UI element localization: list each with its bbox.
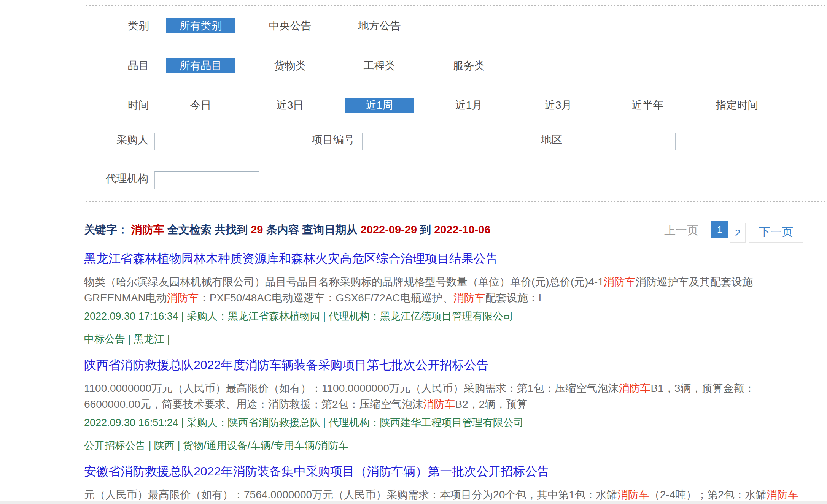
highlighted-keyword: 29 bbox=[251, 223, 263, 236]
page-number-2[interactable]: 2 bbox=[730, 223, 746, 243]
text-segment: 元（人民币）最高限价（如有）：7564.0000000万元（人民币）采购需求：本… bbox=[84, 489, 617, 501]
filter-row-category: 类别 所有类别 中央公告 地方公告 bbox=[84, 5, 827, 46]
result-meta: 2022.09.30 17:16:34 | 采购人：黑龙江省森林植物园 | 代理… bbox=[84, 310, 827, 323]
result-title-link[interactable]: 安徽省消防救援总队2022年消防装备集中采购项目（消防车辆）第一批次公开招标公告 bbox=[84, 463, 827, 480]
filter-option-label: 中央公告 bbox=[269, 18, 312, 33]
text-segment: GREENMAN电动 bbox=[84, 292, 167, 304]
filter-option-custom-time[interactable]: 指定时间 bbox=[692, 98, 782, 113]
text-segment: B2，2辆，预算 bbox=[455, 398, 528, 410]
filter-label-time: 时间 bbox=[84, 98, 149, 113]
highlighted-keyword: 消防车 bbox=[767, 489, 798, 501]
highlighted-keyword: 消防车 bbox=[617, 489, 649, 501]
page-bottom-strip bbox=[0, 501, 827, 504]
filter-option-all-items[interactable]: 所有品目 bbox=[156, 58, 245, 73]
filter-option-label: 服务类 bbox=[453, 58, 485, 73]
filter-option-all-categories[interactable]: 所有类别 bbox=[156, 18, 245, 33]
filter-option-last-week[interactable]: 近1周 bbox=[335, 98, 424, 113]
highlighted-keyword: 消防车 bbox=[619, 382, 651, 394]
result-snippet: 1100.0000000万元（人民币）最高限价（如有）：1100.0000000… bbox=[84, 380, 827, 412]
search-page-content: 类别 所有类别 中央公告 地方公告 品目 所有品目 货物类 bbox=[0, 0, 827, 504]
text-segment: （2-4吨）；第2包：水罐 bbox=[649, 489, 767, 501]
text-segment: 全文检索 共找到 bbox=[164, 223, 251, 236]
filter-option-label: 货物类 bbox=[274, 58, 306, 73]
result-item-1: 黑龙江省森林植物园林木种质资源库和森林火灾高危区综合治理项目结果公告 物类（哈尔… bbox=[84, 250, 827, 346]
filter-options-item-type: 所有品目 货物类 工程类 服务类 bbox=[156, 58, 514, 73]
filter-option-local-announcements[interactable]: 地方公告 bbox=[335, 18, 424, 33]
filter-option-last-3-months[interactable]: 近3月 bbox=[514, 98, 603, 113]
project-number-input[interactable] bbox=[362, 133, 467, 150]
prev-page-button[interactable]: 上一页 bbox=[664, 221, 698, 240]
region-input[interactable] bbox=[571, 133, 676, 150]
purchaser-input[interactable] bbox=[154, 133, 259, 150]
filter-option-label: 近1月 bbox=[455, 98, 483, 113]
result-snippet-line: GREENMAN电动消防车：PXF50/48AC电动巡逻车：GSX6F/72AC… bbox=[84, 290, 827, 306]
highlighted-keyword: 消防车 bbox=[604, 276, 636, 288]
filter-option-label: 近1周 bbox=[345, 98, 414, 113]
text-segment: 1100.0000000万元（人民币）最高限价（如有）：1100.0000000… bbox=[84, 382, 619, 394]
filter-option-label: 近半年 bbox=[632, 98, 664, 113]
filter-option-last-month[interactable]: 近1月 bbox=[424, 98, 514, 113]
highlighted-keyword: 2022-10-06 bbox=[434, 223, 490, 236]
result-tags[interactable]: 公开招标公告 | 陕西 | 货物/通用设备/车辆/专用车辆/消防车 bbox=[84, 439, 827, 452]
filter-row-item-type: 品目 所有品目 货物类 工程类 服务类 bbox=[84, 46, 827, 85]
page-number-1[interactable]: 1 bbox=[711, 221, 728, 238]
filter-label-category: 类别 bbox=[84, 19, 149, 33]
filter-option-label: 今日 bbox=[190, 98, 212, 113]
highlighted-keyword: 消防车 bbox=[131, 223, 164, 236]
result-title-link[interactable]: 陕西省消防救援总队2022年度消防车辆装备采购项目第七批次公开招标公告 bbox=[84, 357, 827, 374]
text-segment: 消防巡护车及其配套设施 bbox=[636, 276, 753, 288]
result-title-link[interactable]: 黑龙江省森林植物园林木种质资源库和森林火灾高危区综合治理项目结果公告 bbox=[84, 250, 827, 267]
result-snippet-line: 6600000.00元，简要技术要求、用途：消防救援；第2包：压缩空气泡沫消防车… bbox=[84, 396, 827, 412]
next-page-button[interactable]: 下一页 bbox=[749, 221, 803, 243]
summary-and-pagination-row: 关键字： 消防车 全文检索 共找到 29 条内容 查询日期从 2022-09-2… bbox=[84, 223, 827, 243]
filter-option-engineering[interactable]: 工程类 bbox=[335, 58, 424, 73]
result-snippet: 物类（哈尔滨绿友园林机械有限公司）品目号品目名称采购标的品牌规格型号数量（单位）… bbox=[84, 274, 827, 306]
filter-option-central-announcements[interactable]: 中央公告 bbox=[245, 18, 335, 33]
result-snippet-line: 物类（哈尔滨绿友园林机械有限公司）品目号品目名称采购标的品牌规格型号数量（单位）… bbox=[84, 274, 827, 290]
filter-option-label: 所有品目 bbox=[166, 58, 235, 73]
text-segment: 到 bbox=[417, 223, 434, 236]
filter-option-last-half-year[interactable]: 近半年 bbox=[603, 98, 692, 113]
filter-option-services[interactable]: 服务类 bbox=[424, 58, 514, 73]
filter-option-label: 近3日 bbox=[277, 98, 304, 113]
text-segment: B1，3辆，预算金额： bbox=[651, 382, 755, 394]
text-segment: 条内容 查询日期从 bbox=[263, 223, 361, 236]
filter-option-last-3-days[interactable]: 近3日 bbox=[245, 98, 335, 113]
filter-options-time: 今日 近3日 近1周 近1月 近3月 近半年 指定时间 bbox=[156, 98, 782, 113]
filter-option-today[interactable]: 今日 bbox=[156, 98, 245, 113]
text-segment: ：PXF50/48AC电动巡逻车：GSX6F/72AC电瓶巡护、 bbox=[199, 292, 453, 304]
filter-input-row-1: 采购人 项目编号 地区 bbox=[84, 133, 827, 150]
result-item-3: 安徽省消防救援总队2022年消防装备集中采购项目（消防车辆）第一批次公开招标公告… bbox=[84, 463, 827, 504]
filter-option-goods[interactable]: 货物类 bbox=[245, 58, 335, 73]
text-segment: 关键字： bbox=[84, 223, 131, 236]
agency-label: 代理机构 bbox=[84, 171, 148, 189]
text-segment: 配套设施：L bbox=[485, 292, 545, 304]
search-summary: 关键字： 消防车 全文检索 共找到 29 条内容 查询日期从 2022-09-2… bbox=[84, 223, 490, 236]
pagination: 上一页 1 2 下一页 bbox=[664, 221, 803, 243]
filter-options-category: 所有类别 中央公告 地方公告 bbox=[156, 18, 424, 33]
highlighted-keyword: 消防车 bbox=[167, 292, 199, 304]
result-tags[interactable]: 中标公告 | 黑龙江 | bbox=[84, 333, 827, 346]
highlighted-keyword: 2022-09-29 bbox=[361, 223, 417, 236]
filter-input-row-2: 代理机构 bbox=[84, 171, 827, 189]
text-segment: 6600000.00元，简要技术要求、用途：消防救援；第2包：压缩空气泡沫 bbox=[84, 398, 423, 410]
filter-option-label: 近3月 bbox=[545, 98, 572, 113]
region-label: 地区 bbox=[467, 133, 562, 150]
text-segment: 物类（哈尔滨绿友园林机械有限公司）品目号品目名称采购标的品牌规格型号数量（单位）… bbox=[84, 276, 604, 288]
result-meta: 2022.09.30 16:51:24 | 采购人：陕西省消防救援总队 | 代理… bbox=[84, 416, 827, 429]
filter-row-time: 时间 今日 近3日 近1周 近1月 近3月 近半年 bbox=[84, 85, 827, 125]
results-list: 黑龙江省森林植物园林木种质资源库和森林火灾高危区综合治理项目结果公告 物类（哈尔… bbox=[84, 250, 827, 504]
filter-inputs-area: 采购人 项目编号 地区 代理机构 bbox=[84, 125, 827, 202]
filter-panel: 类别 所有类别 中央公告 地方公告 品目 所有品目 货物类 bbox=[84, 5, 827, 202]
filter-option-label: 指定时间 bbox=[716, 98, 759, 113]
result-item-2: 陕西省消防救援总队2022年度消防车辆装备采购项目第七批次公开招标公告 1100… bbox=[84, 357, 827, 452]
agency-input[interactable] bbox=[154, 171, 259, 189]
highlighted-keyword: 消防车 bbox=[453, 292, 485, 304]
filter-label-item-type: 品目 bbox=[84, 59, 149, 73]
highlighted-keyword: 消防车 bbox=[423, 398, 455, 410]
filter-option-label: 所有类别 bbox=[166, 18, 235, 33]
purchaser-label: 采购人 bbox=[84, 133, 148, 150]
project-number-label: 项目编号 bbox=[259, 133, 355, 150]
filter-option-label: 地方公告 bbox=[358, 18, 401, 33]
filter-option-label: 工程类 bbox=[364, 58, 396, 73]
